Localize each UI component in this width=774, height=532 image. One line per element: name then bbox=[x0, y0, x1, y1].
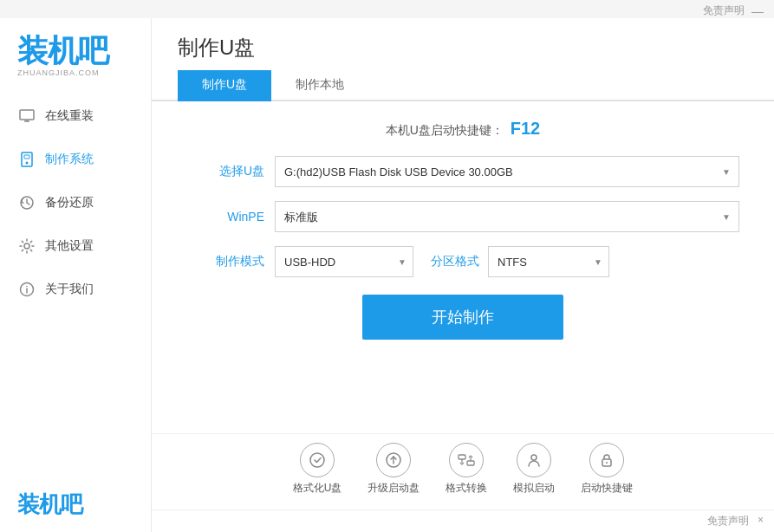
mode-wrapper: USB-HDD USB-ZIP USB-FDD bbox=[275, 246, 413, 277]
monitor-icon bbox=[17, 107, 36, 126]
partition-label: 分区格式 bbox=[431, 254, 479, 269]
sidebar-item-backup-restore[interactable]: 备份还原 bbox=[0, 181, 151, 224]
minimize-btn[interactable]: — bbox=[751, 4, 764, 18]
hotkey-label: 本机U盘启动快捷键： bbox=[386, 123, 504, 137]
svg-point-17 bbox=[531, 455, 537, 460]
simulate-boot-icon bbox=[517, 443, 551, 477]
content-area: 制作U盘 制作U盘 制作本地 本机U盘启动快捷键： F12 选择U盘 G:(hd… bbox=[152, 18, 774, 532]
sidebar-item-online-reinstall[interactable]: 在线重装 bbox=[0, 94, 151, 138]
tab-make-local[interactable]: 制作本地 bbox=[271, 70, 368, 101]
logo-text: 装机吧 bbox=[17, 36, 108, 67]
format-usb-item[interactable]: 格式化U盘 bbox=[293, 443, 342, 496]
svg-point-11 bbox=[310, 453, 324, 467]
brand-bottom: 装机吧 bbox=[0, 481, 151, 532]
footer-disclaimer[interactable]: 免责声明 bbox=[707, 514, 749, 529]
svg-rect-13 bbox=[459, 455, 465, 459]
select-usb-row: 选择U盘 G:(hd2)USB Flash Disk USB Device 30… bbox=[186, 156, 739, 187]
sidebar-item-other-settings[interactable]: 其他设置 bbox=[0, 224, 151, 268]
winpe-row: WinPE 标准版 高级版 bbox=[186, 201, 739, 232]
upgrade-boot-label: 升级启动盘 bbox=[367, 481, 420, 496]
disclaimer-link[interactable]: 免责声明 bbox=[703, 3, 745, 18]
form-content: 本机U盘启动快捷键： F12 选择U盘 G:(hd2)USB Flash Dis… bbox=[152, 101, 774, 433]
select-usb-wrapper: G:(hd2)USB Flash Disk USB Device 30.00GB bbox=[275, 156, 739, 187]
usb-icon bbox=[17, 150, 36, 169]
svg-point-7 bbox=[24, 243, 29, 249]
mode-label: 制作模式 bbox=[186, 254, 264, 269]
sidebar-item-make-system[interactable]: 制作系统 bbox=[0, 138, 151, 181]
boot-hotkey-icon bbox=[589, 443, 624, 477]
sidebar-label-other-settings: 其他设置 bbox=[45, 238, 94, 254]
svg-point-5 bbox=[26, 162, 29, 165]
top-bar: 免责声明 — bbox=[0, 0, 774, 18]
simulate-boot-item[interactable]: 模拟启动 bbox=[513, 443, 555, 496]
logo-subtitle: ZHUANGJIBA.COM bbox=[17, 68, 100, 77]
format-usb-icon bbox=[300, 443, 335, 477]
mode-select[interactable]: USB-HDD USB-ZIP USB-FDD bbox=[275, 246, 413, 277]
partition-wrapper: NTFS FAT32 exFAT bbox=[488, 246, 609, 277]
boot-hotkey-item[interactable]: 启动快捷键 bbox=[581, 443, 633, 496]
boot-hotkey-label: 启动快捷键 bbox=[581, 481, 633, 496]
hotkey-notice: 本机U盘启动快捷键： F12 bbox=[186, 119, 739, 139]
winpe-label: WinPE bbox=[186, 210, 264, 224]
tab-make-usb[interactable]: 制作U盘 bbox=[178, 70, 271, 101]
svg-rect-4 bbox=[24, 155, 29, 159]
select-usb-input[interactable]: G:(hd2)USB Flash Disk USB Device 30.00GB bbox=[275, 156, 739, 187]
winpe-wrapper: 标准版 高级版 bbox=[275, 201, 739, 232]
sidebar-label-about-us: 关于我们 bbox=[45, 282, 94, 297]
gear-icon bbox=[17, 237, 36, 256]
sidebar-label-make-system: 制作系统 bbox=[45, 152, 94, 167]
bottom-icons: 格式化U盘 升级启动盘 bbox=[152, 433, 774, 509]
upgrade-boot-icon bbox=[376, 443, 411, 477]
start-btn-row: 开始制作 bbox=[186, 295, 739, 340]
format-convert-label: 格式转换 bbox=[446, 481, 487, 496]
winpe-select[interactable]: 标准版 高级版 bbox=[275, 201, 739, 232]
footer: 免责声明 × bbox=[152, 509, 774, 532]
svg-rect-0 bbox=[20, 110, 34, 120]
footer-close[interactable]: × bbox=[758, 514, 764, 529]
sidebar-label-backup-restore: 备份还原 bbox=[45, 195, 94, 211]
page-title: 制作U盘 bbox=[178, 36, 255, 59]
start-button[interactable]: 开始制作 bbox=[362, 295, 563, 340]
format-convert-icon bbox=[449, 443, 484, 477]
sidebar-item-about-us[interactable]: 关于我们 bbox=[0, 268, 151, 311]
svg-rect-3 bbox=[22, 152, 32, 166]
sidebar: 装机吧 ZHUANGJIBA.COM 在线重装 制作系统 bbox=[0, 18, 152, 532]
format-usb-label: 格式化U盘 bbox=[293, 481, 342, 496]
hotkey-value: F12 bbox=[511, 119, 540, 138]
tab-bar: 制作U盘 制作本地 bbox=[152, 70, 774, 101]
svg-rect-14 bbox=[467, 461, 474, 465]
partition-select[interactable]: NTFS FAT32 exFAT bbox=[488, 246, 609, 277]
backup-icon bbox=[17, 193, 36, 212]
page-title-bar: 制作U盘 bbox=[152, 18, 774, 70]
brand-bottom-text: 装机吧 bbox=[17, 490, 133, 520]
svg-point-10 bbox=[26, 286, 28, 288]
simulate-boot-label: 模拟启动 bbox=[513, 481, 555, 496]
svg-point-19 bbox=[606, 462, 608, 464]
format-convert-item[interactable]: 格式转换 bbox=[446, 443, 487, 496]
upgrade-boot-item[interactable]: 升级启动盘 bbox=[367, 443, 420, 496]
logo-area: 装机吧 ZHUANGJIBA.COM bbox=[0, 27, 151, 94]
sidebar-label-online-reinstall: 在线重装 bbox=[45, 108, 94, 124]
select-usb-label: 选择U盘 bbox=[186, 164, 264, 179]
mode-partition-row: 制作模式 USB-HDD USB-ZIP USB-FDD 分区格式 NTFS F… bbox=[186, 246, 739, 277]
info-icon bbox=[17, 280, 36, 299]
